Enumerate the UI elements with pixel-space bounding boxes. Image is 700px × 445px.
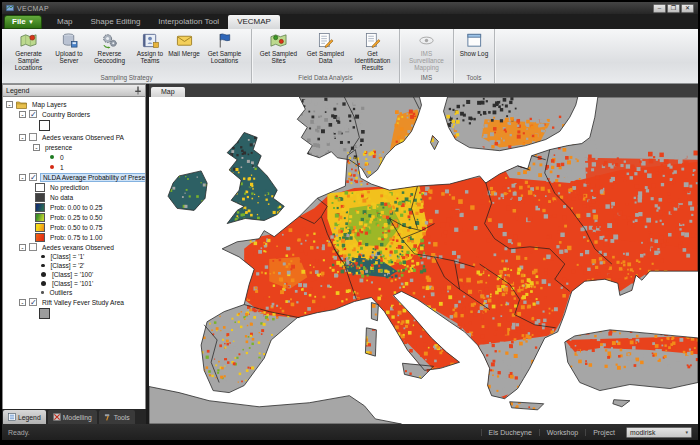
expander-icon[interactable]: - <box>19 299 26 306</box>
chevron-down-icon: ▾ <box>685 429 688 435</box>
tree-node-country-borders: - Country Borders <box>3 109 145 119</box>
status-project-label[interactable]: Project <box>585 429 622 436</box>
layer-checkbox-rift-valley[interactable] <box>29 298 37 306</box>
tab-interpolation-tool[interactable]: Interpolation Tool <box>149 15 228 29</box>
file-menu-button[interactable]: File ▼ <box>4 15 42 29</box>
get-sample-locations-button[interactable]: Get Sample Locations <box>201 31 248 64</box>
prob-midlow-swatch <box>35 213 45 222</box>
envelope-icon <box>176 32 193 49</box>
expander-icon[interactable]: - <box>19 111 26 118</box>
main-area: Legend - Map Layers - <box>2 84 698 424</box>
ribbon-group-field-data-analysis: Get Sampled Sites Get Sampled Data <box>252 29 400 83</box>
tree-node-aedes-observed: - Aedes vexans Observed <box>3 242 145 252</box>
get-identification-results-button[interactable]: Get Identification Results <box>349 31 396 72</box>
expander-icon[interactable]: - <box>33 144 40 151</box>
europe-probability-map <box>149 97 698 424</box>
minimize-button[interactable]: – <box>653 4 666 13</box>
status-workshop[interactable]: Workshop <box>539 429 585 436</box>
panel-tab-legend[interactable]: Legend <box>3 410 46 424</box>
map-document-tabs: Map <box>149 84 698 97</box>
get-sampled-sites-button[interactable]: Get Sampled Sites <box>255 31 302 64</box>
reverse-geocoding-button[interactable]: Reverse Geocoding <box>86 31 133 64</box>
flag-icon <box>216 32 233 49</box>
app-icon <box>6 4 14 12</box>
small-dot-icon <box>41 291 44 294</box>
symbol-row-country-borders <box>3 119 145 132</box>
panel-tab-modelling[interactable]: Modelling <box>48 410 97 424</box>
class-row: No prediction <box>3 182 145 192</box>
class-label: [Class] = '101' <box>50 280 95 287</box>
class-label: 0 <box>58 154 66 161</box>
close-button[interactable]: ✕ <box>681 4 694 13</box>
expander-icon[interactable]: - <box>6 101 13 108</box>
class-label: 1 <box>58 164 66 171</box>
generate-sample-locations-button[interactable]: Generate Sample Locations <box>5 31 52 72</box>
upload-to-server-button[interactable]: Upload to Server <box>52 31 86 64</box>
status-ready: Ready. <box>8 429 30 436</box>
project-dropdown[interactable]: modirisk ▾ <box>626 427 692 438</box>
title-bar: VECMAP – ❐ ✕ <box>2 2 698 14</box>
tree-node-rift-valley: - Rift Valley Fever Study Area <box>3 297 145 307</box>
gears-icon <box>101 32 118 49</box>
prob-high-swatch <box>35 233 45 242</box>
window-title: VECMAP <box>17 5 49 12</box>
panel-tab-tools[interactable]: Tools <box>99 410 135 424</box>
layer-checkbox-aedes-pa[interactable] <box>29 133 37 141</box>
ribbon-group-sampling-strategy: Generate Sample Locations Upload to Serv… <box>2 29 252 83</box>
group-label-ims: IMS <box>403 73 450 83</box>
legend-list-icon <box>8 413 16 421</box>
class-label: Prob: 0.50 to 0.75 <box>48 224 104 231</box>
class-row: Prob: 0.50 to 0.75 <box>3 222 145 232</box>
file-caret-icon: ▼ <box>28 19 34 25</box>
expander-icon[interactable]: - <box>19 244 26 251</box>
class-row: [Class] = '1' <box>3 252 145 261</box>
legend-panel-tabs: Legend Modelling Tools <box>2 409 146 424</box>
legend-panel-title: Legend <box>6 87 29 94</box>
red-dot-icon <box>50 165 54 169</box>
window-controls: – ❐ ✕ <box>653 4 694 13</box>
map-document-tab[interactable]: Map <box>151 87 185 97</box>
prob-low-swatch <box>35 203 45 212</box>
tab-shape-editing[interactable]: Shape Editing <box>82 15 150 29</box>
show-log-button[interactable]: Show Log <box>457 31 491 57</box>
expander-icon[interactable]: - <box>19 174 26 181</box>
mail-merge-button[interactable]: Mail Merge <box>167 31 201 57</box>
get-sampled-data-button[interactable]: Get Sampled Data <box>302 31 349 64</box>
ribbon-group-ims: IMS Surveillance Mapping IMS <box>400 29 454 83</box>
pin-icon[interactable] <box>134 86 142 95</box>
layer-checkbox-country-borders[interactable] <box>29 110 37 118</box>
layer-label[interactable]: Aedes vexans Observed <box>40 244 116 251</box>
map-canvas[interactable] <box>149 97 698 424</box>
class-label: [Class] = '1' <box>49 253 87 260</box>
tab-map[interactable]: Map <box>48 15 82 29</box>
white-square-symbol <box>39 120 50 131</box>
tree-node-presence: - presence <box>3 142 145 152</box>
maximize-button[interactable]: ❐ <box>667 4 680 13</box>
legend-panel-header: Legend <box>2 84 146 97</box>
eye-icon <box>418 32 435 49</box>
layer-label[interactable]: Country Borders <box>40 111 92 118</box>
layer-label[interactable]: Aedes vexans Observed PA <box>40 134 126 141</box>
layer-group-label[interactable]: Map Layers <box>30 101 68 108</box>
status-bar: Ready. Els Ducheyne Workshop Project mod… <box>2 424 698 440</box>
class-row: [Class] = '2' <box>3 261 145 270</box>
layer-checkbox-nlda[interactable] <box>29 173 37 181</box>
layer-label-selected[interactable]: NLDA Average Probability of Presence <box>40 173 146 182</box>
ribbon: Generate Sample Locations Upload to Serv… <box>2 29 698 84</box>
layer-tree: - Map Layers - Country Borders - <box>2 97 146 409</box>
modelling-icon <box>53 413 61 421</box>
assign-to-teams-button[interactable]: Assign to Teams <box>133 31 167 64</box>
no-data-swatch <box>35 193 45 202</box>
class-row: [Class] = '101' <box>3 279 145 288</box>
green-dot-icon <box>50 155 54 159</box>
layer-label[interactable]: Rift Valley Fever Study Area <box>40 299 126 306</box>
layer-checkbox-aedes-observed[interactable] <box>29 243 37 251</box>
class-label: [Class] = '2' <box>49 262 87 269</box>
expander-icon[interactable]: - <box>19 134 26 141</box>
document-edit-icon <box>317 32 334 49</box>
class-group-label: presence <box>43 144 74 151</box>
symbol-row-rift-valley <box>3 307 145 320</box>
class-row: 1 <box>3 162 145 172</box>
gray-square-symbol <box>39 308 50 319</box>
tab-vecmap[interactable]: VECMAP <box>228 15 280 29</box>
